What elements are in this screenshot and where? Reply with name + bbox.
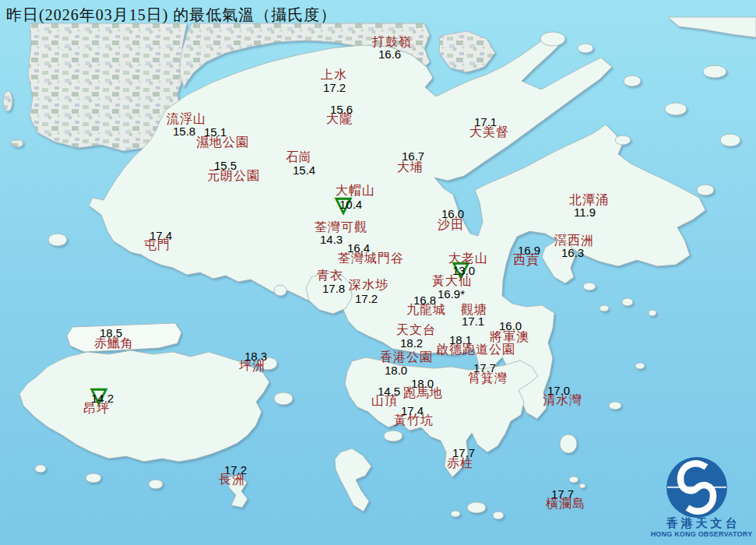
station-name: 赤鱲角 [94, 337, 134, 350]
station-name: 香港公園 [380, 351, 433, 364]
station-name: 清水灣 [543, 394, 582, 406]
station-name: 黃竹坑 [394, 414, 434, 427]
station-temperature: 16.6 [378, 48, 401, 60]
station-name: 打鼓嶺 [372, 36, 412, 48]
station-name: 上水 [321, 69, 347, 81]
station-temperature: 17.2 [323, 82, 346, 93]
station-name: 濕地公園 [196, 136, 249, 149]
station-name: 長洲 [219, 473, 245, 486]
station-temperature: 15.8 [173, 125, 195, 137]
station-name: 觀塘 [461, 304, 487, 316]
station-temperature: 18.2 [400, 337, 423, 349]
station-name: 西貢 [513, 254, 540, 266]
station-name: 大帽山 [336, 185, 375, 197]
station-name: 昂坪 [83, 403, 110, 415]
station-temperature: 16.3 [561, 247, 584, 258]
station-name: 啟德跑道公園 [436, 343, 515, 356]
station-name: 大美督 [469, 126, 509, 139]
station-name: 將軍澳 [490, 331, 529, 343]
station-name: 大隴 [326, 113, 353, 125]
hko-logo-english-label: HONG KONG OBSERVATORY [643, 530, 756, 538]
station-temperature: 15.4 [293, 164, 315, 176]
station-name: 大埔 [397, 161, 424, 174]
station-name: 九龍城 [406, 304, 446, 316]
station-name: 滘西洲 [554, 234, 594, 247]
stations-layer: 16.6打鼓嶺17.2上水15.6大隴15.8流浮山15.1濕地公園15.5元朗… [0, 0, 756, 545]
station-temperature: 11.9 [574, 206, 596, 218]
station-name: 深水埗 [349, 279, 389, 291]
station-temperature: 17.2 [355, 293, 378, 304]
station-name: 天文台 [396, 324, 436, 336]
station-name: 青衣 [317, 269, 343, 282]
station-temperature: 10.4 [339, 199, 362, 210]
station-name: 赤柱 [447, 457, 473, 469]
station-temperature: 14.3 [320, 234, 343, 245]
station-name: 元朗公園 [207, 170, 260, 182]
map-title: 昨日(2026年03月15日) 的最低氣溫（攝氏度） [6, 5, 336, 26]
station-temperature: 16.9* [438, 288, 465, 300]
station-name: 北潭涌 [569, 194, 609, 206]
station-name: 流浮山 [167, 113, 206, 125]
station-name: 沙田 [438, 219, 464, 231]
station-name: 屯門 [144, 239, 171, 251]
station-temperature: 17.8 [322, 283, 345, 294]
station-temperature: 17.1 [462, 315, 484, 327]
station-name: 橫瀾島 [546, 498, 585, 510]
station-name: 荃灣城門谷 [338, 252, 404, 265]
station-name: 筲箕灣 [468, 372, 508, 385]
weather-map-screen: 昨日(2026年03月15日) 的最低氣溫（攝氏度） 16.6打鼓嶺17.2上水… [0, 0, 756, 545]
station-name: 荃灣可觀 [315, 221, 367, 234]
hko-logo-chinese-label: 香港天文台 [649, 516, 756, 531]
station-temperature: 18.0 [385, 364, 407, 376]
station-name: 黃大仙 [432, 275, 472, 287]
station-name: 石崗 [286, 151, 312, 164]
station-name: 跑馬地 [403, 387, 443, 399]
station-name: 大老山 [448, 252, 488, 265]
station-name: 山頂 [371, 395, 398, 407]
station-name: 坪洲 [239, 360, 265, 372]
